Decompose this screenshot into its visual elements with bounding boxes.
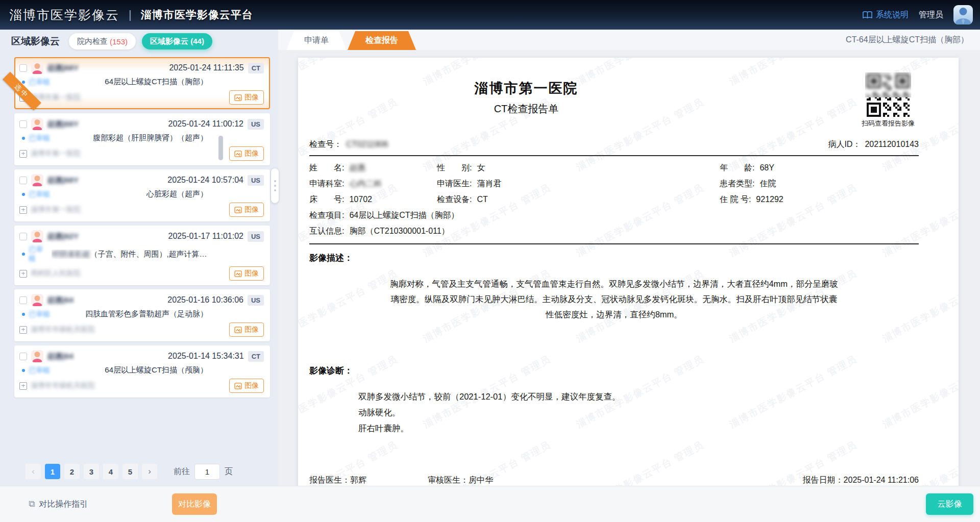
- qr-code: [867, 74, 910, 117]
- image-button-label: 图像: [244, 325, 259, 334]
- expand-icon[interactable]: +: [19, 382, 27, 390]
- exam-checkbox[interactable]: [19, 177, 27, 184]
- tab-exam-report[interactable]: 检查报告: [348, 31, 416, 50]
- image-icon: [234, 383, 242, 389]
- tab-region-cloud[interactable]: 区域影像云 (44): [142, 33, 212, 49]
- report-tabrow: 申请单 检查报告 CT-64层以上螺旋CT扫描（胸部）: [278, 30, 980, 50]
- user-avatar[interactable]: [953, 5, 973, 24]
- tab-hospital-count: (153): [110, 37, 128, 46]
- image-icon: [234, 94, 242, 101]
- expand-icon[interactable]: +: [19, 206, 27, 214]
- system-help-link[interactable]: 系统说明: [863, 10, 909, 20]
- info-field: 申请医生:蒲肖君: [437, 179, 720, 189]
- system-help-label: 系统说明: [876, 10, 909, 20]
- view-images-button[interactable]: 图像: [229, 146, 264, 161]
- exam-number: 检查号：CT0211906: [309, 139, 388, 150]
- exam-name: 64层以上螺旋CT扫描（胸部）: [105, 77, 208, 87]
- exam-card[interactable]: 赵惠|62Y 2025-01-17 11:01:02 US 已审核 经阴道彩超（…: [14, 226, 270, 285]
- expand-icon[interactable]: +: [19, 326, 27, 334]
- panel-resize-handle[interactable]: [271, 168, 279, 203]
- image-icon: [234, 327, 242, 333]
- content-body: 区域影像云 院内检查 (153) 区域影像云 (44) 赵惠|68Y 2025-…: [0, 30, 980, 486]
- page-button[interactable]: 4: [103, 464, 118, 479]
- brand-divider: |: [129, 8, 132, 21]
- view-images-button[interactable]: 图像: [229, 379, 264, 393]
- page-button[interactable]: 2: [64, 464, 80, 479]
- exam-item-field: 检查项目:64层以上螺旋CT扫描（胸部）: [309, 210, 919, 221]
- hospital-name: 淄博市市级机关医院: [31, 381, 95, 390]
- footer-bar: ⧉ 对比操作指引 对比影像 云影像: [0, 486, 980, 522]
- page-button[interactable]: 5: [122, 464, 138, 479]
- compare-guide-link[interactable]: ⧉ 对比操作指引: [29, 499, 88, 510]
- imaging-diagnosis-heading: 影像诊断：: [309, 365, 919, 377]
- expand-icon[interactable]: +: [19, 270, 27, 278]
- exam-card[interactable]: 赵惠|64 2025-01-14 15:34:31 CT 已审核 64层以上螺旋…: [14, 345, 270, 397]
- exam-card[interactable]: 赵惠|68Y 2025-01-24 10:57:04 US 已审核 心脏彩超（超…: [14, 169, 270, 221]
- patient-id: 病人ID：202112010143: [828, 139, 919, 150]
- info-field: 姓 名:赵惠: [309, 163, 437, 173]
- exam-checkbox[interactable]: [19, 353, 27, 360]
- report-id-row: 检查号：CT0211906 病人ID：202112010143: [309, 139, 919, 150]
- main-panel: 申请单 检查报告 CT-64层以上螺旋CT扫描（胸部） 淄博市医学影像云平台 管…: [278, 30, 980, 486]
- divider-line: [309, 155, 919, 156]
- patient-name: 赵惠|68Y: [47, 63, 79, 73]
- divider-line: [309, 243, 919, 244]
- prev-page-button[interactable]: ‹: [26, 464, 41, 479]
- imaging-diagnosis-text: 双肺多发微小结节，较前（2021-12-01）变化不明显，建议年度复查。 动脉硬…: [309, 389, 919, 436]
- sidebar: 区域影像云 院内检查 (153) 区域影像云 (44) 赵惠|68Y 2025-…: [0, 30, 278, 486]
- user-name[interactable]: 管理员: [919, 10, 943, 20]
- patient-avatar-icon: [31, 62, 43, 74]
- tab-hospital-exams[interactable]: 院内检查 (153): [69, 33, 136, 49]
- report-document-area: 淄博市医学影像云平台 管理员淄博市医学影像云平台 管理员淄博市医学影像云平台 管…: [278, 50, 980, 486]
- report-date: 报告日期：2025-01-24 11:21:06: [803, 475, 919, 486]
- view-images-button[interactable]: 图像: [229, 203, 264, 217]
- exam-datetime: 2025-01-17 11:01:02: [168, 232, 243, 241]
- page-button[interactable]: 3: [84, 464, 99, 479]
- exam-checkbox[interactable]: [19, 296, 27, 304]
- exam-datetime: 2025-01-24 11:00:12: [168, 119, 243, 129]
- exam-checkbox[interactable]: [19, 64, 27, 72]
- topbar-right: 系统说明 管理员: [863, 5, 973, 24]
- patient-name: 赵惠|68Y: [47, 119, 79, 129]
- goto-page-input[interactable]: [194, 464, 220, 480]
- view-images-button[interactable]: 图像: [229, 266, 264, 281]
- info-field: 患者类型:住院: [720, 179, 919, 189]
- compare-images-button[interactable]: 对比影像: [172, 493, 217, 515]
- status-dot: [22, 313, 25, 316]
- modality-badge: US: [248, 175, 264, 186]
- exam-checkbox[interactable]: [19, 120, 27, 128]
- page-button[interactable]: 1: [45, 464, 60, 479]
- exam-card[interactable]: 赵惠|68Y 2025-01-24 11:11:35 CT 已审核 64层以上螺…: [14, 57, 270, 109]
- exam-datetime: 2025-01-24 11:11:35: [169, 63, 243, 72]
- exam-status: 已审核: [29, 78, 50, 87]
- sidebar-header: 区域影像云 院内检查 (153) 区域影像云 (44): [0, 30, 278, 53]
- exam-card[interactable]: 赵惠|64 2025-01-16 10:36:06 US 已审核 四肢血管彩色多…: [14, 289, 270, 341]
- report-header: 淄博市第一医院 CT检查报告单 扫码查看报告影像: [309, 79, 919, 116]
- book-icon: [863, 11, 872, 19]
- view-images-button[interactable]: 图像: [229, 322, 264, 337]
- exam-card[interactable]: 赵惠|68Y 2025-01-24 11:00:12 US 已审核 腹部彩超（肝…: [14, 113, 270, 165]
- tab-application-form[interactable]: 申请单: [286, 31, 347, 50]
- sidebar-title: 区域影像云: [11, 35, 60, 48]
- guide-label: 对比操作指引: [39, 499, 88, 510]
- exam-name: 四肢血管彩色多普勒超声（足动脉）: [85, 309, 208, 319]
- imaging-description-heading: 影像描述：: [309, 252, 919, 264]
- status-dot: [22, 81, 25, 84]
- cloud-image-button[interactable]: 云影像: [926, 493, 973, 515]
- patient-avatar-icon: [31, 350, 43, 362]
- exam-checkbox[interactable]: [19, 233, 27, 240]
- diagnosis-line: 双肺多发微小结节，较前（2021-12-01）变化不明显，建议年度复查。: [358, 389, 919, 405]
- info-field: 床 号:10702: [309, 194, 437, 205]
- next-page-button[interactable]: ›: [142, 464, 157, 479]
- view-images-button[interactable]: 图像: [229, 90, 264, 105]
- modality-badge: CT: [248, 63, 264, 73]
- status-dot: [22, 193, 25, 196]
- list-scrollbar-thumb[interactable]: [218, 136, 223, 160]
- goto-page-group: 前往 页: [174, 464, 233, 480]
- expand-icon[interactable]: +: [19, 150, 27, 158]
- patient-avatar-icon: [31, 294, 43, 306]
- patient-info-grid: 姓 名:赵惠 性 别:女 年 龄:68Y 申请科室:心内二科 申请医生:蒲肖君 …: [309, 163, 919, 205]
- patient-name: 赵惠|62Y: [47, 232, 79, 241]
- image-button-label: 图像: [244, 93, 259, 102]
- mutual-recognition-field: 互认信息:胸部（CT210300001-011）: [309, 226, 919, 237]
